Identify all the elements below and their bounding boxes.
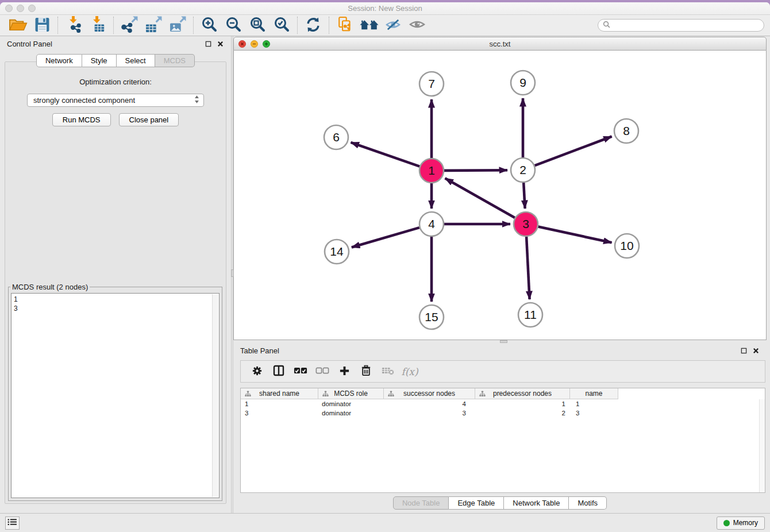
graph-node-4[interactable]: 4 [419, 212, 444, 236]
copy-network-button[interactable] [333, 16, 357, 35]
cell-mcds-role[interactable]: dominator [318, 410, 384, 417]
gear-button[interactable] [246, 363, 268, 381]
import-network-button[interactable] [61, 16, 86, 35]
graph-edge-1-2[interactable] [444, 170, 507, 171]
save-session-button[interactable] [30, 16, 54, 35]
float-panel-icon[interactable] [205, 40, 212, 48]
table-tab-node-table[interactable]: Node Table [393, 496, 449, 510]
close-panel-icon[interactable] [752, 347, 760, 354]
network-minimize-button[interactable] [251, 40, 258, 48]
apply-function-button[interactable]: f(x) [399, 363, 421, 381]
table-row[interactable]: 3dominator323 [241, 408, 765, 418]
graph-node-9[interactable]: 9 [511, 71, 535, 95]
tab-select[interactable]: Select [117, 54, 155, 67]
export-network-button[interactable] [117, 16, 141, 35]
graph-edge-3-11[interactable] [526, 237, 530, 299]
graph-node-15[interactable]: 15 [419, 305, 444, 329]
tab-network[interactable]: Network [36, 54, 82, 67]
optimization-dropdown[interactable]: strongly connected component [27, 94, 204, 107]
tab-mcds[interactable]: MCDS [155, 54, 195, 67]
close-panel-icon[interactable] [217, 40, 224, 48]
deselect-all-button[interactable] [311, 363, 333, 381]
graph-node-10[interactable]: 10 [615, 234, 639, 258]
table-tab-edge-table[interactable]: Edge Table [449, 496, 504, 510]
cell-name[interactable]: 1 [570, 400, 618, 407]
table-row[interactable]: 1dominator411 [241, 399, 765, 408]
copy-network-icon [338, 16, 352, 34]
network-close-button[interactable] [238, 40, 246, 48]
export-table-button[interactable] [141, 16, 165, 35]
cell-successor-nodes[interactable]: 3 [384, 410, 475, 417]
graph-edge-1-6[interactable] [351, 142, 420, 167]
hide-style-button[interactable] [381, 16, 405, 35]
export-image-button[interactable] [165, 16, 190, 35]
graph-node-1[interactable]: 1 [419, 159, 444, 183]
network-graph[interactable]: 7968124314101511 [234, 51, 766, 340]
search-box[interactable] [598, 19, 764, 32]
cell-successor-nodes[interactable]: 4 [384, 400, 475, 407]
home-button[interactable] [357, 16, 381, 35]
table-scrollbar[interactable] [759, 399, 765, 492]
graph-edge-3-10[interactable] [538, 227, 612, 243]
delete-row-button[interactable] [355, 363, 377, 381]
search-input[interactable] [610, 21, 764, 30]
column-header-mcds-role[interactable]: MCDS role [318, 388, 384, 399]
zoom-out-button[interactable] [221, 16, 245, 35]
mcds-result-text[interactable]: 1 3 [11, 293, 220, 498]
table-tab-motifs[interactable]: Motifs [569, 496, 607, 510]
graph-node-8[interactable]: 8 [614, 119, 638, 143]
cell-shared-name[interactable]: 3 [241, 410, 318, 417]
delete-table-button[interactable] [377, 363, 399, 381]
run-mcds-button[interactable]: Run MCDS [52, 113, 111, 126]
zoom-fit-button[interactable] [245, 16, 270, 35]
task-history-button[interactable] [5, 516, 20, 530]
network-window-titlebar[interactable]: scc.txt [233, 37, 767, 51]
column-header-shared-name[interactable]: shared name [241, 388, 318, 399]
select-all-button[interactable] [290, 363, 311, 381]
main-area: Control Panel NetworkStyleSelectMCDS Opt… [0, 36, 770, 513]
float-panel-icon[interactable] [740, 347, 748, 354]
layout-refresh-button[interactable] [301, 16, 325, 35]
toolbar-separator [57, 17, 58, 34]
tab-style[interactable]: Style [82, 54, 117, 67]
svg-text:8: 8 [623, 124, 630, 137]
graph-node-3[interactable]: 3 [514, 212, 538, 236]
splitter-grip[interactable] [231, 269, 234, 277]
network-maximize-button[interactable] [263, 40, 270, 48]
column-header-name[interactable]: name [570, 388, 618, 399]
minimize-button[interactable] [17, 5, 24, 12]
graph-edge-4-14[interactable] [352, 228, 419, 247]
cell-predecessor-nodes[interactable]: 2 [475, 410, 570, 417]
column-header-successor-nodes[interactable]: successor nodes [384, 388, 475, 399]
cell-shared-name[interactable]: 1 [241, 400, 318, 407]
graph-node-14[interactable]: 14 [325, 240, 349, 264]
table-tabs: Node TableEdge TableNetwork TableMotifs [233, 496, 767, 510]
graph-edge-2-8[interactable] [535, 137, 612, 166]
cell-predecessor-nodes[interactable]: 1 [475, 400, 570, 407]
table-tab-network-table[interactable]: Network Table [504, 496, 569, 510]
cell-mcds-role[interactable]: dominator [318, 400, 384, 407]
zoom-in-button[interactable] [197, 16, 221, 35]
graph-node-11[interactable]: 11 [518, 303, 542, 327]
memory-button[interactable]: Memory [717, 516, 765, 530]
show-style-icon [409, 18, 425, 32]
maximize-button[interactable] [28, 5, 36, 12]
graph-node-7[interactable]: 7 [419, 72, 444, 96]
graph-edge-2-3[interactable] [523, 183, 525, 209]
column-header-predecessor-nodes[interactable]: predecessor nodes [475, 388, 570, 399]
zoom-selected-button[interactable] [270, 16, 294, 35]
add-row-button[interactable] [333, 363, 355, 381]
result-scrollbar[interactable] [212, 294, 218, 497]
mcds-result-title: MCDS result (2 nodes) [10, 283, 90, 291]
open-session-button[interactable] [6, 16, 30, 35]
graph-edge-3-1[interactable] [445, 178, 515, 218]
graph-node-6[interactable]: 6 [324, 125, 348, 149]
network-canvas[interactable]: 7968124314101511 [233, 51, 767, 340]
close-panel-button[interactable]: Close panel [119, 113, 179, 126]
show-style-button[interactable] [405, 16, 429, 35]
import-table-button[interactable] [86, 16, 110, 35]
columns-button[interactable] [268, 363, 290, 381]
cell-name[interactable]: 3 [570, 410, 618, 417]
graph-node-2[interactable]: 2 [511, 158, 535, 182]
close-button[interactable] [5, 5, 13, 12]
